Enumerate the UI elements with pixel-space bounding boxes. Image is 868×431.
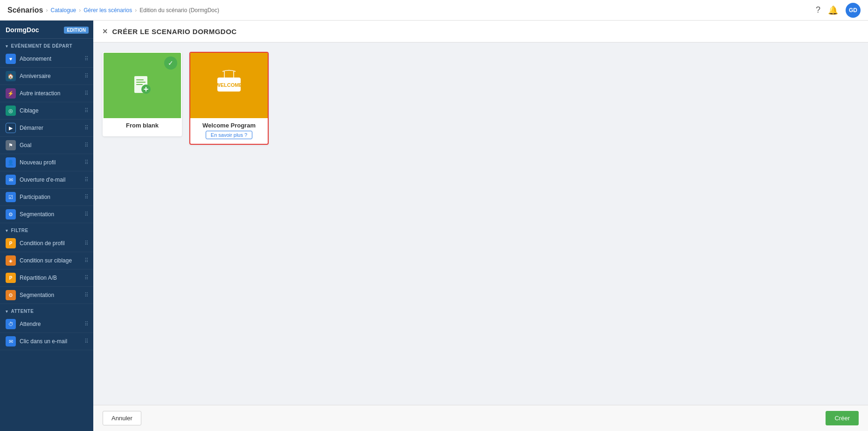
sidebar-item[interactable]: ⏱ Attendre ⠿ xyxy=(0,316,93,333)
sidebar-item[interactable]: ♥ Abonnement ⠿ xyxy=(0,50,93,68)
drag-handle[interactable]: ⠿ xyxy=(84,56,89,62)
modal-header: × CRÉER LE SCENARIO DORMGDOC xyxy=(93,21,868,42)
sidebar-item[interactable]: 🏠 Anniversaire ⠿ xyxy=(0,68,93,85)
section-attente[interactable]: ▾ ATTENTE xyxy=(0,304,93,316)
drag-handle[interactable]: ⠿ xyxy=(84,107,89,114)
section-label-attente: ATTENTE xyxy=(11,309,34,314)
notification-button[interactable]: 🔔 xyxy=(828,5,838,15)
section-chevron-evenement: ▾ xyxy=(6,44,8,49)
sidebar-item-label-abonnement: Abonnement xyxy=(20,56,51,62)
card-image-welcome: WELCOME xyxy=(190,53,268,118)
drag-handle[interactable]: ⠿ xyxy=(84,275,89,281)
modal-footer: Annuler Créer xyxy=(93,405,868,431)
condition-profil-icon: P xyxy=(6,238,16,248)
section-label-filtre: FILTRE xyxy=(11,228,28,233)
breadcrumb-catalogue[interactable]: Catalogue xyxy=(50,7,76,14)
sidebar-item-label-goal: Goal xyxy=(20,142,31,148)
breadcrumb-manage[interactable]: Gérer les scénarios xyxy=(83,7,132,14)
svg-text:WELCOME: WELCOME xyxy=(215,82,242,88)
sidebar-item-label-ciblage: Ciblage xyxy=(20,107,39,114)
sidebar-item[interactable]: ☑ Participation ⠿ xyxy=(0,189,93,206)
content-area: × CRÉER LE SCENARIO DORMGDOC xyxy=(93,21,868,431)
help-button[interactable]: ? xyxy=(816,5,820,15)
autre-interaction-icon: ⚡ xyxy=(6,88,16,99)
sidebar-item[interactable]: ◈ Condition sur ciblage ⠿ xyxy=(0,252,93,269)
sidebar-item[interactable]: 👤 Nouveau profil ⠿ xyxy=(0,154,93,171)
sidebar-item[interactable]: P Condition de profil ⠿ xyxy=(0,235,93,252)
nouveau-profil-icon: 👤 xyxy=(6,157,16,168)
section-chevron-filtre: ▾ xyxy=(6,228,8,233)
abonnement-icon: ♥ xyxy=(6,54,16,64)
svg-rect-1 xyxy=(136,79,144,80)
sidebar-item[interactable]: ✉ Ouverture d'e-mail ⠿ xyxy=(0,171,93,189)
avatar[interactable]: GD xyxy=(846,3,861,18)
drag-handle[interactable]: ⠿ xyxy=(84,240,89,247)
modal-body: ✓ From blank xyxy=(93,42,868,405)
segmentation-filtre-icon: ⚙ xyxy=(6,290,16,300)
sidebar-item-label-clic-email: Clic dans un e-mail xyxy=(20,338,67,345)
drag-handle[interactable]: ⠿ xyxy=(84,338,89,345)
drag-handle[interactable]: ⠿ xyxy=(84,125,89,131)
drag-handle[interactable]: ⠿ xyxy=(84,211,89,218)
top-nav: Scénarios › Catalogue › Gérer les scénar… xyxy=(0,0,868,21)
create-button[interactable]: Créer xyxy=(826,411,859,425)
template-card-welcome-program[interactable]: WELCOME Welcome Program En savoir plus ? xyxy=(189,52,269,145)
sidebar-title: DormgDoc xyxy=(6,26,39,34)
card-image-wrapper-welcome: WELCOME xyxy=(190,53,268,118)
cancel-button[interactable]: Annuler xyxy=(103,411,141,425)
welcome-program-learn-more-wrapper: En savoir plus ? xyxy=(190,131,268,139)
repartition-ab-icon: P xyxy=(6,273,16,283)
sidebar-item-label-autre-interaction: Autre interaction xyxy=(20,90,60,97)
from-blank-title: From blank xyxy=(104,122,181,129)
drag-handle[interactable]: ⠿ xyxy=(84,73,89,79)
svg-rect-6 xyxy=(146,87,146,92)
main-layout: DormgDoc EDITION ▾ EVÈNEMENT DE DÉPART ♥… xyxy=(0,21,868,431)
drag-handle[interactable]: ⠿ xyxy=(84,194,89,200)
drag-handle[interactable]: ⠿ xyxy=(84,142,89,148)
sidebar-item-label-segmentation-event: Segmentation xyxy=(20,211,54,218)
sidebar-item[interactable]: P Répartition A/B ⠿ xyxy=(0,269,93,287)
sidebar-item-autre-interaction[interactable]: ⚡ Autre interaction ⠿ xyxy=(0,85,93,102)
sidebar-item-label-anniversaire: Anniversaire xyxy=(20,73,51,79)
drag-handle[interactable]: ⠿ xyxy=(84,90,89,97)
drag-handle[interactable]: ⠿ xyxy=(84,159,89,166)
sidebar: DormgDoc EDITION ▾ EVÈNEMENT DE DÉPART ♥… xyxy=(0,21,93,431)
drag-handle[interactable]: ⠿ xyxy=(84,177,89,183)
from-blank-check: ✓ xyxy=(164,57,177,70)
card-image-wrapper-from-blank: ✓ xyxy=(104,53,181,118)
sidebar-item[interactable]: ⚑ Goal ⠿ xyxy=(0,137,93,154)
sidebar-item[interactable]: ⚙ Segmentation ⠿ xyxy=(0,287,93,304)
sidebar-badge: EDITION xyxy=(64,27,89,34)
sidebar-item-label-demarrer: Démarrer xyxy=(20,125,43,131)
goal-icon: ⚑ xyxy=(6,140,16,150)
welcome-program-title: Welcome Program xyxy=(190,122,268,129)
sidebar-item[interactable]: ▶ Démarrer ⠿ xyxy=(0,120,93,137)
breadcrumb-sep-3: › xyxy=(135,7,137,14)
sidebar-item-label-condition-profil: Condition de profil xyxy=(20,240,65,247)
sidebar-item[interactable]: ✉ Clic dans un e-mail ⠿ xyxy=(0,333,93,350)
section-evenement[interactable]: ▾ EVÈNEMENT DE DÉPART xyxy=(0,39,93,50)
svg-rect-2 xyxy=(136,82,146,83)
breadcrumb-sep-1: › xyxy=(46,7,48,14)
sidebar-item-label-participation: Participation xyxy=(20,194,50,200)
breadcrumb-sep-2: › xyxy=(79,7,81,14)
segmentation-icon: ⚙ xyxy=(6,209,16,219)
sidebar-item-label-attendre: Attendre xyxy=(20,321,41,327)
template-card-from-blank[interactable]: ✓ From blank xyxy=(103,52,182,136)
modal-title: CRÉER LE SCENARIO DORMGDOC xyxy=(112,28,237,35)
participation-icon: ☑ xyxy=(6,192,16,202)
sidebar-item-label-repartition-ab: Répartition A/B xyxy=(20,275,57,281)
anniversaire-icon: 🏠 xyxy=(6,71,16,81)
section-label-evenement: EVÈNEMENT DE DÉPART xyxy=(11,43,73,49)
section-filtre[interactable]: ▾ FILTRE xyxy=(0,223,93,235)
drag-handle[interactable]: ⠿ xyxy=(84,292,89,298)
sidebar-item[interactable]: ◎ Ciblage ⠿ xyxy=(0,102,93,120)
modal-close-button[interactable]: × xyxy=(103,27,108,35)
drag-handle[interactable]: ⠿ xyxy=(84,257,89,264)
sidebar-item-left: ♥ Abonnement xyxy=(6,54,51,64)
sidebar-item[interactable]: ⚙ Segmentation ⠿ xyxy=(0,206,93,223)
condition-ciblage-icon: ◈ xyxy=(6,255,16,266)
learn-more-button[interactable]: En savoir plus ? xyxy=(206,131,252,139)
drag-handle[interactable]: ⠿ xyxy=(84,321,89,327)
demarrer-icon: ▶ xyxy=(6,123,16,133)
